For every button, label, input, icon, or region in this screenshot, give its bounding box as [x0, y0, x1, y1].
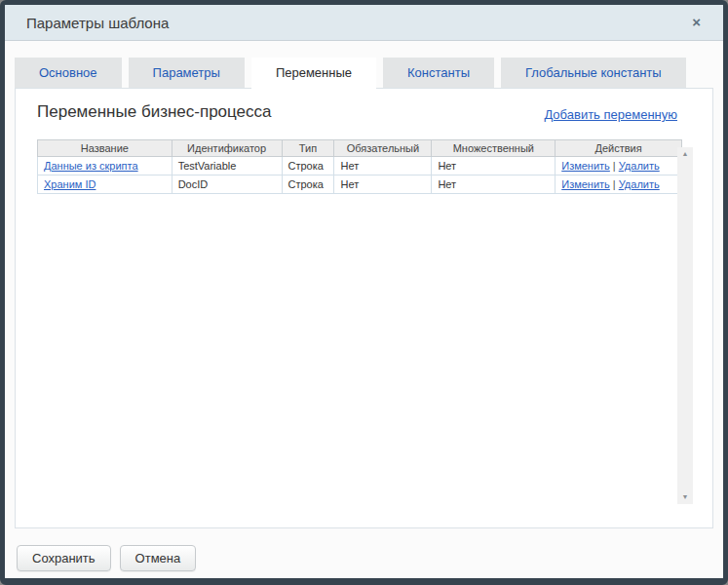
variable-type: Строка: [282, 157, 334, 176]
column-header-actions: Действия: [556, 140, 682, 157]
panel-heading: Переменные бизнес-процесса: [37, 102, 272, 122]
edit-link[interactable]: Изменить: [561, 160, 610, 172]
tab-global-constants[interactable]: Глобальные константы: [501, 58, 686, 88]
action-separator: |: [613, 178, 616, 190]
column-header-type: Тип: [282, 140, 334, 157]
cancel-button[interactable]: Отмена: [120, 545, 197, 571]
variables-table: Название Идентификатор Тип Обязательный …: [37, 139, 682, 194]
variable-name-link[interactable]: Храним ID: [44, 178, 96, 190]
column-header-required: Обязательный: [334, 140, 432, 157]
variable-multiple: Нет: [432, 157, 556, 176]
column-header-identifier: Идентификатор: [172, 140, 282, 157]
close-icon[interactable]: ×: [689, 14, 704, 31]
tab-variables[interactable]: Переменные: [251, 58, 376, 92]
variable-required: Нет: [334, 157, 432, 176]
add-variable-link[interactable]: Добавить переменную: [544, 107, 677, 122]
table-row: Храним ID DocID Строка Нет Нет Изменить|…: [38, 176, 682, 194]
tab-main[interactable]: Основное: [15, 58, 122, 88]
save-button[interactable]: Сохранить: [17, 545, 111, 571]
variable-type: Строка: [282, 176, 334, 194]
variable-multiple: Нет: [432, 176, 556, 194]
dialog-titlebar: Параметры шаблона ×: [5, 5, 723, 41]
delete-link[interactable]: Удалить: [619, 160, 660, 172]
tab-parameters[interactable]: Параметры: [129, 58, 245, 88]
scroll-down-icon[interactable]: ▼: [677, 490, 693, 504]
tab-constants[interactable]: Константы: [383, 58, 494, 88]
variable-required: Нет: [334, 176, 432, 194]
variable-identifier: DocID: [172, 176, 282, 194]
panel-header-row: Переменные бизнес-процесса Добавить пере…: [37, 102, 691, 122]
tab-bar: Основное Параметры Переменные Константы …: [15, 58, 713, 88]
table-header-row: Название Идентификатор Тип Обязательный …: [38, 140, 682, 157]
template-parameters-dialog: Параметры шаблона × Основное Параметры П…: [0, 0, 728, 585]
dialog-footer: Сохранить Отмена: [17, 545, 723, 571]
variables-panel: Переменные бизнес-процесса Добавить пере…: [15, 88, 713, 528]
action-separator: |: [613, 160, 616, 172]
dialog-title: Параметры шаблона: [26, 15, 169, 31]
delete-link[interactable]: Удалить: [619, 178, 660, 190]
variable-name-link[interactable]: Данные из скрипта: [44, 160, 138, 172]
vertical-scrollbar[interactable]: ▲ ▼: [677, 147, 693, 504]
column-header-multiple: Множественный: [432, 140, 556, 157]
scroll-up-icon[interactable]: ▲: [677, 147, 693, 161]
variable-identifier: TestVariable: [172, 157, 282, 176]
column-header-name: Название: [38, 140, 172, 157]
edit-link[interactable]: Изменить: [561, 178, 610, 190]
table-row: Данные из скрипта TestVariable Строка Не…: [38, 157, 682, 176]
